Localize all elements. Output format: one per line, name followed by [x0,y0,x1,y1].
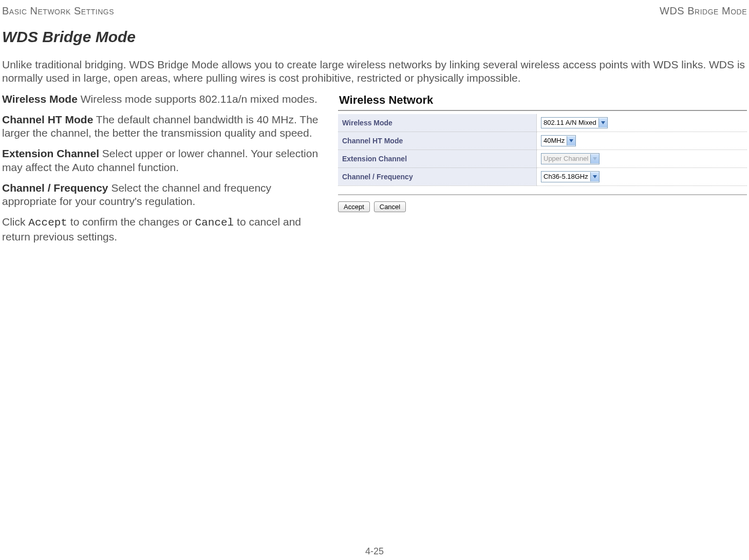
cell-channel-frequency-value: Ch36-5.18GHz [537,167,747,185]
page-title: WDS Bridge Mode [2,28,747,46]
extension-channel-paragraph: Extension Channel Select upper or lower … [2,147,329,174]
channel-ht-mode-select-value: 40MHz [544,137,565,144]
chevron-down-icon [590,172,599,181]
extension-channel-select-value: Upper Channel [544,155,588,162]
wireless-mode-text: Wireless mode supports 802.11a/n mixed m… [78,93,317,105]
channel-frequency-select[interactable]: Ch36-5.18GHz [541,171,600,182]
click-cancel-mono: Cancel [195,217,234,229]
extension-channel-select[interactable]: Upper Channel [541,153,600,164]
channel-frequency-select-value: Ch36-5.18GHz [544,173,588,180]
chevron-down-icon [590,154,599,163]
channel-frequency-label: Channel / Frequency [2,182,108,194]
svg-marker-1 [569,139,573,142]
cell-channel-ht-mode-value: 40MHz [537,132,747,150]
click-instruction-paragraph: Click Accept to confirm the changes or C… [2,215,329,244]
channel-ht-mode-paragraph: Channel HT Mode The default channel band… [2,113,329,140]
wireless-network-panel: Wireless Network Wireless Mode 802.11 A/… [338,92,747,212]
channel-frequency-paragraph: Channel / Frequency Select the channel a… [2,181,329,209]
channel-ht-mode-select[interactable]: 40MHz [541,135,576,146]
cell-extension-channel-label: Extension Channel [338,150,537,167]
cell-wireless-mode-label: Wireless Mode [338,114,537,132]
cell-wireless-mode-value: 802.11 A/N Mixed [537,114,747,132]
description-column: Wireless Mode Wireless mode supports 802… [2,92,329,251]
wireless-mode-label: Wireless Mode [2,93,78,105]
row-channel-frequency: Channel / Frequency Ch36-5.18GHz [338,167,747,185]
row-wireless-mode: Wireless Mode 802.11 A/N Mixed [338,114,747,132]
running-header-right: WDS Bridge Mode [660,5,747,17]
row-channel-ht-mode: Channel HT Mode 40MHz [338,132,747,150]
chevron-down-icon [567,136,575,145]
accept-button[interactable]: Accept [338,201,370,212]
click-pre: Click [2,216,28,228]
click-accept-mono: Accept [28,217,67,229]
channel-ht-mode-label: Channel HT Mode [2,114,93,125]
svg-marker-2 [593,157,597,160]
intro-paragraph: Unlike traditional bridging. WDS Bridge … [2,58,747,85]
page-number: 4-25 [0,546,749,557]
svg-marker-3 [593,175,597,178]
cell-channel-frequency-label: Channel / Frequency [338,167,537,185]
panel-title: Wireless Network [338,92,747,111]
cancel-button[interactable]: Cancel [374,201,406,212]
row-extension-channel: Extension Channel Upper Channel [338,150,747,167]
cell-channel-ht-mode-label: Channel HT Mode [338,132,537,150]
click-mid: to confirm the changes or [67,216,195,228]
running-header-left: Basic Network Settings [2,5,114,17]
page-content: WDS Bridge Mode Unlike traditional bridg… [2,28,747,251]
wireless-mode-select[interactable]: 802.11 A/N Mixed [541,117,608,128]
extension-channel-label: Extension Channel [2,147,99,159]
cell-extension-channel-value: Upper Channel [537,150,747,167]
wireless-mode-select-value: 802.11 A/N Mixed [544,119,596,126]
chevron-down-icon [598,118,607,127]
svg-marker-0 [601,121,605,124]
settings-table: Wireless Mode 802.11 A/N Mixed Channel H… [338,114,747,186]
wireless-mode-paragraph: Wireless Mode Wireless mode supports 802… [2,92,329,106]
two-column-layout: Wireless Mode Wireless mode supports 802… [2,92,747,251]
button-row: Accept Cancel [338,194,747,212]
screenshot-column: Wireless Network Wireless Mode 802.11 A/… [338,92,747,212]
